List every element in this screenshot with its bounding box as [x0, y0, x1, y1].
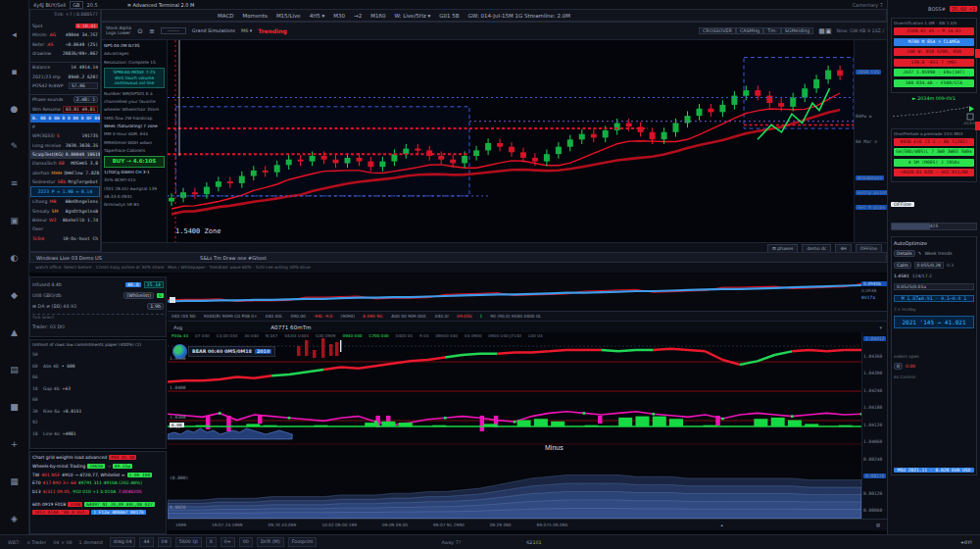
depth-row[interactable]: 50 [32, 349, 164, 361]
ridge-area-chart[interactable]: (0.000)0.0020 [168, 464, 861, 519]
tab-details[interactable]: Details [894, 250, 915, 257]
market-row[interactable]: B. BB B BB B B BB B BF BB [30, 114, 100, 123]
market-row[interactable]: 2021/23 shp 8940.2 6207 [30, 72, 100, 80]
mode-chip[interactable]: Calm [894, 262, 911, 269]
menu-item[interactable]: MACD [218, 13, 234, 19]
status-tab[interactable]: drag 04 [110, 537, 136, 547]
tab-week-trends[interactable]: Week trends [924, 251, 952, 256]
range-selector[interactable]: ––––– [161, 27, 186, 34]
tool-icon[interactable]: ■ [7, 400, 23, 414]
ladder-row[interactable]: 139.0 -931 7 (M0) [894, 59, 974, 67]
range-field[interactable]: 0.055/0.28 [914, 262, 944, 269]
menu-item[interactable]: M160 [370, 13, 385, 19]
gear-icon[interactable]: ⊙ [137, 27, 143, 35]
depth-row[interactable]: 60 Abs 40 • 600 [32, 361, 164, 373]
ladder-row[interactable]: 500 034.4B · F500/GTA [894, 79, 974, 87]
status-tab[interactable]: Footprint [288, 537, 318, 547]
grid-icon[interactable]: ▤ [876, 523, 880, 527]
signal-row[interactable]: ⊞ DA ≠ (BB) 48.93 1.9b [32, 301, 164, 312]
market-row[interactable]: Smoaty 5M BgnOthgelnsB [30, 207, 100, 216]
market-row[interactable]: Balance 14 4914.14 [30, 63, 100, 72]
menu-item[interactable]: GW: 014-Jul-15M 1G Streamline: 2.0M [468, 13, 570, 19]
market-row[interactable]: 2223 P = 1.98 = 0.14 [30, 186, 100, 197]
market-row[interactable]: Over [30, 225, 100, 233]
tool-icon[interactable]: ◂ [7, 27, 23, 41]
menu-icon[interactable]: ≡ [149, 27, 155, 35]
menu-item[interactable]: 4H5 ▾ [310, 13, 325, 19]
market-row[interactable]: W9(3033) 5 191735 [30, 131, 100, 140]
ladder-row[interactable]: 140 W: 810 5200, 930 [894, 48, 974, 56]
status-tab[interactable]: Drift (M) [257, 537, 284, 547]
status-tab[interactable]: 8 [206, 537, 217, 547]
market-row[interactable]: Bsteur W2 Bbehellb 1.7d [30, 216, 100, 225]
ladder-row[interactable]: G4(S0b/W0S)L 7 3W0 3W03 SW04 [894, 148, 974, 156]
market-row[interactable]: Sednestur 58b MrgTergebot [30, 177, 100, 186]
signal-row[interactable]: U08 GBO/db (Whitelist) G [32, 290, 164, 301]
tool-icon[interactable]: ◈ [7, 512, 23, 525]
spread-line-chart[interactable] [168, 277, 861, 311]
menu-item[interactable]: M30 [333, 13, 345, 19]
strategy-chip[interactable]: CROSSOVER [699, 27, 736, 34]
status-tab[interactable]: 5600 QI [175, 537, 202, 547]
scroll-up-icon[interactable]: ▴ [720, 523, 722, 527]
simulation-label[interactable]: Grand Simulations [192, 28, 235, 33]
market-row[interactable]: P [30, 123, 100, 131]
ladder-row[interactable]: M700 M 854 × CLAMSA [894, 38, 974, 46]
market-row[interactable]: Long receive 3939.3038.35 [30, 141, 100, 150]
market-row[interactable]: Wm Resume 03.01 49.81 [30, 104, 100, 113]
tool-icon[interactable]: ▦ [7, 474, 23, 488]
tool-icon[interactable]: + [7, 437, 23, 451]
depth-row[interactable]: 92 [32, 417, 164, 428]
market-row[interactable]: Spot 6 10.41 [30, 22, 100, 30]
tool-icon[interactable]: ▲ [7, 325, 23, 339]
timeframe-dropdown[interactable]: M6 ▾ [241, 28, 252, 33]
tool-icon[interactable]: ◆ [7, 288, 23, 302]
strategy-chip[interactable]: SGMelding [781, 27, 814, 34]
market-row[interactable]: drawlow 20836/09+.067 [30, 49, 100, 58]
tool-icon[interactable]: ▪ [7, 65, 23, 78]
tool-icon[interactable]: ✎ [7, 139, 23, 153]
strategy-chip[interactable]: CASMHg [736, 27, 763, 34]
ladder-row[interactable]: +0420.01 R28 - 4X2 011/R0 [894, 169, 974, 176]
signal-row[interactable]: Trailer: 03 DO [32, 322, 164, 332]
view-icon[interactable]: ▣ [825, 27, 832, 35]
status-tab[interactable]: 04 [158, 537, 172, 547]
depth-row[interactable]: 60 [32, 394, 164, 406]
status-tab[interactable]: 00 [239, 537, 253, 547]
menu-item[interactable]: Moments [243, 13, 268, 19]
ladder-row[interactable]: J437 1.9599B · E9s(1HT) [894, 69, 974, 76]
main-candlestick-chart[interactable]: 1.5400 Zone [168, 40, 854, 242]
menu-item[interactable]: G01 5B [439, 13, 459, 19]
depth-row[interactable]: 30 Rise 6a +0.0151 [32, 406, 164, 418]
tool-icon[interactable]: ≡ [7, 176, 23, 190]
lot-field[interactable]: 0.0525/0.01u [894, 283, 974, 290]
market-row[interactable]: ToTek 10-Os-host Ch [30, 234, 100, 243]
strategy-chip[interactable]: Tm- [763, 27, 780, 34]
menu-item[interactable]: W: Live/5Hz ▾ [394, 13, 430, 19]
indicator-search-pill[interactable]: BEAR 00:40 0M5/0M18 2010 [188, 346, 275, 357]
qty-value[interactable]: 0 [894, 363, 903, 370]
signal-row[interactable]: Infused 4.4b 40.8 35.14 [32, 279, 164, 290]
edit-icon[interactable]: ✎ [918, 251, 922, 256]
ladder-row[interactable]: 4 5M (M00S) J 1950s [894, 159, 974, 167]
tool-icon[interactable]: ● [7, 102, 23, 116]
ladder-row[interactable]: 2109.01 45 — M 14.01 [894, 27, 974, 35]
status-tab[interactable]: 0+ [220, 537, 235, 547]
chevron-down-icon[interactable]: ▾ [879, 324, 882, 330]
journal-log-panel[interactable]: Chart grid weights load advanced#49 45.0… [29, 451, 167, 534]
market-row[interactable]: DansaTech 68 MOSHKS 3.8 [30, 159, 100, 168]
status-tab[interactable]: 44 [139, 537, 153, 547]
depth-row[interactable]: 10 Gap 4b +43 [32, 383, 164, 395]
market-row[interactable]: Lihong MB BBeOhngelens [30, 197, 100, 206]
view-icon[interactable]: ▦ [818, 27, 825, 35]
account-chip[interactable]: GB [70, 1, 82, 9]
market-row[interactable]: Minim: AG 49044 34.7GT [30, 30, 100, 39]
ladder-row[interactable]: 0930 E16 73 1 — 86 T(202) [894, 138, 974, 146]
market-row[interactable]: alorhan MHH QHHClew 7.828 [30, 168, 100, 176]
menu-item[interactable]: →2 [354, 13, 362, 19]
market-row[interactable]: ScalpTest(KG) 0.00049 10619 [30, 150, 100, 159]
tool-icon[interactable]: ▣ [7, 214, 23, 227]
market-row[interactable]: Phase sounds 2.48: 1 [30, 95, 100, 104]
market-row[interactable]: Refer .45 +0.0649 (25) [30, 40, 100, 49]
subwindow-title-bar[interactable]: Windows Live 03 Demo US S&Ls Tm Draw one… [29, 252, 887, 263]
